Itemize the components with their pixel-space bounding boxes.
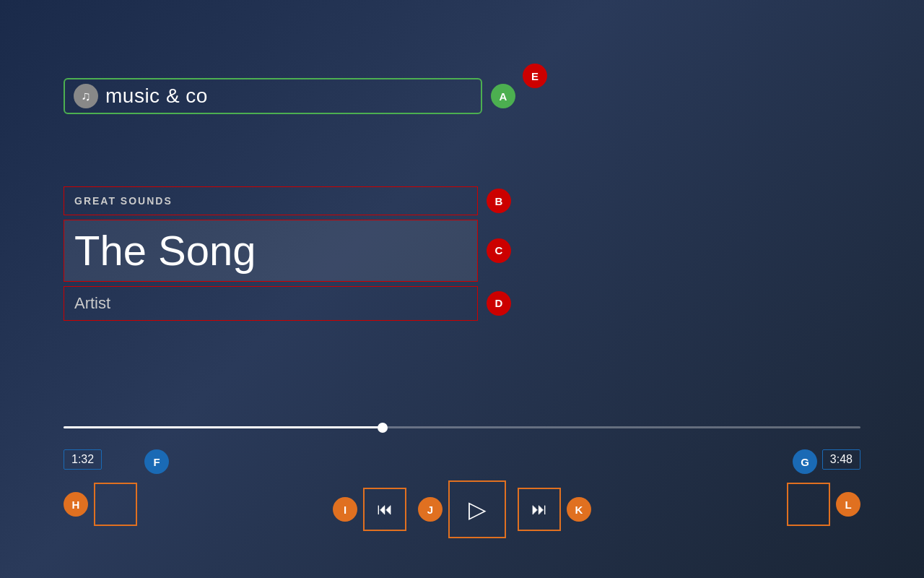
artist-row: Artist D (64, 286, 511, 321)
next-icon: ⏭ (531, 500, 547, 519)
progress-fill (64, 426, 383, 428)
play-group: J ▷ (418, 480, 506, 538)
app-title: music & co (105, 85, 208, 108)
time-left-group: 1:32 (64, 449, 102, 470)
badge-j: J (418, 497, 443, 522)
prev-button[interactable]: ⏮ (363, 488, 406, 531)
artist-label: Artist (74, 294, 110, 312)
progress-section (64, 426, 860, 439)
play-button[interactable]: ▷ (448, 480, 506, 538)
genre-box: GREAT SOUNDS (64, 186, 478, 215)
artist-box: Artist (64, 286, 478, 321)
genre-label: GREAT SOUNDS (74, 195, 173, 207)
badge-i: I (333, 497, 357, 522)
next-button[interactable]: ⏭ (518, 488, 561, 531)
current-time: 1:32 (64, 449, 102, 470)
badge-f: F (144, 449, 169, 474)
badge-b: B (487, 189, 511, 213)
prev-group: I ⏮ (333, 488, 406, 531)
song-title: The Song (74, 227, 256, 274)
music-icon: ♫ (74, 84, 98, 108)
total-time: 3:48 (822, 449, 860, 470)
next-group: ⏭ K (518, 488, 591, 531)
time-right-group: 3:48 (822, 449, 860, 470)
song-row: The Song C (64, 220, 511, 282)
badge-e: E (523, 64, 547, 88)
app-header: ♫ music & co A (64, 78, 515, 114)
track-info: GREAT SOUNDS B The Song C Artist D (64, 186, 511, 325)
song-box: The Song (64, 220, 478, 282)
progress-track[interactable] (64, 426, 860, 428)
play-icon: ▷ (468, 496, 487, 523)
badge-a: A (491, 84, 515, 108)
app-search-bar[interactable]: ♫ music & co (64, 78, 482, 114)
badge-g: G (793, 449, 817, 474)
badge-d: D (487, 291, 511, 316)
badge-k: K (567, 497, 591, 522)
genre-row: GREAT SOUNDS B (64, 186, 511, 215)
center-controls: I ⏮ J ▷ ⏭ K (0, 480, 924, 538)
badge-c: C (487, 238, 511, 263)
prev-icon: ⏮ (377, 500, 393, 519)
progress-handle[interactable] (378, 423, 388, 433)
